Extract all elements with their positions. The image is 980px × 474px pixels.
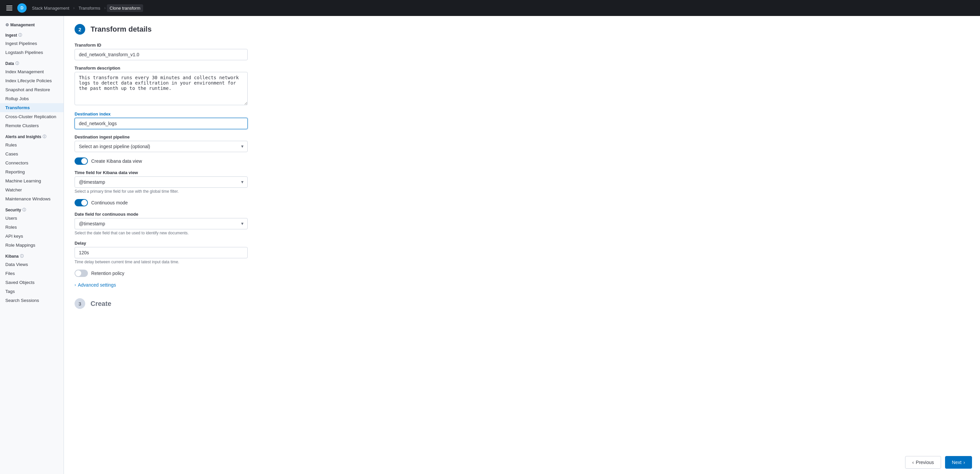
- section-ingest: Ingest ⓘ: [0, 29, 64, 39]
- sidebar-item-cases[interactable]: Cases: [0, 150, 64, 158]
- transform-description-textarea[interactable]: This transform runs every 30 minutes and…: [75, 72, 248, 105]
- top-nav: D Stack Management › Transforms › Clone …: [0, 0, 980, 16]
- sidebar-item-rules[interactable]: Rules: [0, 140, 64, 150]
- sidebar-item-transforms[interactable]: Transforms: [0, 103, 64, 112]
- security-info-icon: ⓘ: [22, 207, 26, 212]
- ingest-info-icon: ⓘ: [18, 33, 22, 38]
- breadcrumb: Stack Management › Transforms › Clone tr…: [29, 4, 143, 12]
- time-field-helper: Select a primary time field for use with…: [75, 189, 248, 194]
- breadcrumb-sep-1: ›: [73, 6, 75, 10]
- destination-ingest-pipeline-label: Destination ingest pipeline: [75, 135, 248, 140]
- breadcrumb-sep-2: ›: [104, 6, 105, 10]
- next-button-label: Next: [952, 460, 962, 465]
- hamburger-button[interactable]: [4, 3, 14, 13]
- create-kibana-data-view-row: Create Kibana data view: [75, 157, 248, 165]
- create-kibana-data-view-label: Create Kibana data view: [91, 158, 142, 164]
- transform-id-label: Transform ID: [75, 43, 248, 48]
- sidebar-item-api-keys[interactable]: API keys: [0, 232, 64, 241]
- delay-helper: Time delay between current time and late…: [75, 259, 248, 264]
- sidebar-item-users[interactable]: Users: [0, 214, 64, 223]
- time-field-select-wrapper: @timestamp ▼: [75, 177, 248, 188]
- step3-circle: 3: [75, 298, 85, 309]
- sidebar-item-reporting[interactable]: Reporting: [0, 167, 64, 177]
- time-field-select[interactable]: @timestamp: [75, 177, 248, 188]
- sidebar-item-index-management[interactable]: Index Management: [0, 67, 64, 76]
- sidebar-item-logstash-pipelines[interactable]: Logstash Pipelines: [0, 48, 64, 57]
- continuous-mode-toggle[interactable]: [75, 199, 88, 206]
- transform-id-group: Transform ID: [75, 43, 248, 60]
- sidebar-item-search-sessions[interactable]: Search Sessions: [0, 296, 64, 305]
- time-field-group: Time field for Kibana data view @timesta…: [75, 170, 248, 194]
- data-info-icon: ⓘ: [15, 61, 19, 66]
- continuous-mode-row: Continuous mode: [75, 199, 248, 206]
- retention-policy-row: Retention policy: [75, 270, 248, 277]
- retention-policy-toggle[interactable]: [75, 270, 88, 277]
- destination-ingest-pipeline-select-wrapper: Select an ingest pipeline (optional) ▼: [75, 141, 248, 152]
- delay-label: Delay: [75, 241, 248, 246]
- sidebar-item-connectors[interactable]: Connectors: [0, 158, 64, 167]
- sidebar-item-maintenance-windows[interactable]: Maintenance Windows: [0, 194, 64, 204]
- transform-details-form: Transform ID Transform description This …: [75, 43, 248, 288]
- sidebar: ⚙ Management Ingest ⓘ Ingest Pipelines L…: [0, 16, 64, 474]
- sidebar-item-tags[interactable]: Tags: [0, 287, 64, 296]
- sidebar-item-roles[interactable]: Roles: [0, 223, 64, 232]
- sidebar-item-data-views[interactable]: Data Views: [0, 260, 64, 269]
- next-button[interactable]: Next ›: [945, 456, 972, 469]
- step2-circle: 2: [75, 24, 85, 35]
- breadcrumb-stack-management[interactable]: Stack Management: [29, 4, 72, 12]
- breadcrumb-transforms[interactable]: Transforms: [76, 4, 103, 12]
- date-field-select-wrapper: @timestamp ▼: [75, 218, 248, 229]
- kibana-info-icon: ⓘ: [20, 254, 24, 259]
- delay-group: Delay Time delay between current time an…: [75, 241, 248, 264]
- chevron-left-icon: ‹: [912, 460, 914, 465]
- sidebar-item-index-lifecycle-policies[interactable]: Index Lifecycle Policies: [0, 76, 64, 85]
- destination-index-label: Destination index: [75, 111, 248, 116]
- step2-title: Transform details: [91, 25, 151, 33]
- section-alerts-insights: Alerts and Insights ⓘ: [0, 130, 64, 140]
- transform-id-input[interactable]: [75, 49, 248, 60]
- date-field-label: Date field for continuous mode: [75, 212, 248, 217]
- bottom-nav: ‹ Previous Next ›: [897, 451, 980, 474]
- sidebar-item-watcher[interactable]: Watcher: [0, 185, 64, 194]
- date-field-group: Date field for continuous mode @timestam…: [75, 212, 248, 235]
- previous-button[interactable]: ‹ Previous: [905, 456, 941, 469]
- date-field-select[interactable]: @timestamp: [75, 218, 248, 229]
- advanced-settings-toggle[interactable]: › Advanced settings: [75, 282, 248, 288]
- delay-input[interactable]: [75, 247, 248, 258]
- step2-header: 2 Transform details: [75, 24, 969, 35]
- sidebar-item-machine-learning[interactable]: Machine Learning: [0, 177, 64, 185]
- content-area: 2 Transform details Transform ID Transfo…: [64, 16, 980, 474]
- transform-description-group: Transform description This transform run…: [75, 65, 248, 106]
- destination-ingest-pipeline-group: Destination ingest pipeline Select an in…: [75, 135, 248, 152]
- advanced-settings-label: Advanced settings: [78, 282, 116, 288]
- management-title: ⚙ Management: [0, 19, 64, 29]
- step3-header: 3 Create: [75, 298, 969, 309]
- gear-icon: ⚙: [5, 23, 9, 27]
- date-field-helper: Select the date field that can be used t…: [75, 231, 248, 235]
- time-field-label: Time field for Kibana data view: [75, 170, 248, 175]
- sidebar-item-saved-objects[interactable]: Saved Objects: [0, 278, 64, 287]
- sidebar-item-files[interactable]: Files: [0, 269, 64, 278]
- previous-button-label: Previous: [916, 460, 934, 465]
- alerts-info-icon: ⓘ: [43, 134, 46, 139]
- destination-index-input[interactable]: [75, 118, 248, 129]
- sidebar-item-cross-cluster-replication[interactable]: Cross-Cluster Replication: [0, 112, 64, 121]
- section-kibana: Kibana ⓘ: [0, 250, 64, 260]
- breadcrumb-clone-transform[interactable]: Clone transform: [107, 4, 143, 12]
- sidebar-item-role-mappings[interactable]: Role Mappings: [0, 241, 64, 250]
- step3-title: Create: [91, 300, 111, 307]
- chevron-right-icon: ›: [963, 460, 965, 465]
- section-data: Data ⓘ: [0, 57, 64, 67]
- transform-description-label: Transform description: [75, 65, 248, 71]
- sidebar-item-snapshot-restore[interactable]: Snapshot and Restore: [0, 85, 64, 94]
- sidebar-item-rollup-jobs[interactable]: Rollup Jobs: [0, 94, 64, 103]
- destination-index-group: Destination index: [75, 111, 248, 129]
- section-security: Security ⓘ: [0, 204, 64, 214]
- retention-policy-label: Retention policy: [91, 270, 124, 276]
- destination-ingest-pipeline-select[interactable]: Select an ingest pipeline (optional): [75, 141, 248, 152]
- sidebar-item-remote-clusters[interactable]: Remote Clusters: [0, 121, 64, 130]
- continuous-mode-label: Continuous mode: [91, 200, 128, 205]
- sidebar-item-ingest-pipelines[interactable]: Ingest Pipelines: [0, 39, 64, 48]
- user-avatar: D: [18, 3, 27, 13]
- create-kibana-data-view-toggle[interactable]: [75, 157, 88, 165]
